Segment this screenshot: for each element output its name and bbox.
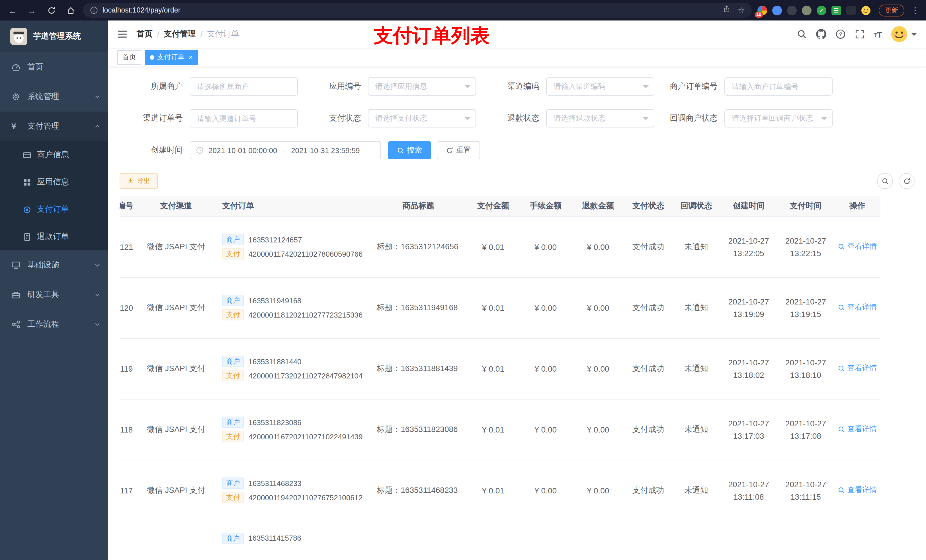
cell-notify-status: 未通知 — [672, 399, 720, 460]
cell-id: 118 — [120, 399, 133, 460]
emoji-extension-icon[interactable] — [861, 5, 871, 15]
grid-icon — [23, 178, 31, 186]
export-button[interactable]: 导出 — [120, 173, 158, 189]
breadcrumb-payment[interactable]: 支付管理 — [164, 29, 196, 39]
search-icon — [397, 146, 404, 154]
tab-home[interactable]: 首页 — [117, 50, 141, 65]
view-detail-icon — [838, 304, 845, 311]
pay-transaction-number: 4200001194202110276752100612 — [248, 493, 363, 502]
app-id-select[interactable]: 请选择应用信息 — [368, 77, 476, 96]
cell-refund-amount: ¥ 0.00 — [572, 338, 624, 399]
share-icon[interactable] — [723, 5, 731, 15]
cell-create-time: 2021-10-27 13:22:05 — [720, 216, 777, 277]
extensions-icon[interactable]: 10 — [757, 5, 767, 15]
create-time-range-picker[interactable]: 2021-10-01 00:00:00 - 2021-10-31 23:59:5… — [190, 141, 381, 159]
pin-extension-icon[interactable] — [846, 5, 856, 15]
pay-status-select[interactable]: 请选择支付状态 — [368, 109, 476, 127]
channel-order-no-input[interactable] — [190, 109, 298, 127]
merchant-tag: 商户 — [222, 295, 244, 306]
view-detail-icon — [838, 426, 845, 433]
user-avatar[interactable] — [891, 26, 917, 43]
view-detail-link[interactable]: 查看详情 — [838, 363, 877, 374]
refund-status-select[interactable]: 请选择退款状态 — [546, 109, 654, 127]
github-icon[interactable] — [816, 29, 826, 39]
filter-form: 所属商户 应用编号 请选择应用信息 渠道编码 — [120, 77, 915, 159]
sidebar-item-devtools[interactable]: 研发工具 — [0, 280, 108, 309]
toolbox-icon — [11, 290, 21, 299]
cell-create-time: 2021-10-27 13:11:08 — [720, 460, 777, 521]
sidebar-item-pay-order[interactable]: 支付订单 — [0, 196, 108, 223]
view-detail-link[interactable]: 查看详情 — [838, 485, 877, 495]
tags-view-bar: 首页 支付订单 × — [108, 48, 926, 67]
view-detail-link[interactable]: 查看详情 — [838, 302, 877, 313]
chat-extension-icon[interactable]: ☰ — [831, 5, 841, 15]
cell-fee-amount: ¥ 0.00 — [519, 216, 572, 277]
sidebar-item-app-info[interactable]: 应用信息 — [0, 169, 108, 196]
tab-pay-order[interactable]: 支付订单 × — [145, 50, 198, 65]
notify-status-select[interactable]: 请选择订单回调商户状态 — [725, 109, 832, 127]
sidebar-item-refund-order[interactable]: 退款订单 — [0, 223, 108, 251]
sidebar-item-infra[interactable]: 基础设施 — [0, 251, 108, 280]
browser-reload-icon[interactable] — [44, 3, 58, 17]
browser-update-button[interactable]: 更新 — [879, 4, 904, 16]
reset-button[interactable]: 重置 — [437, 141, 480, 159]
channel-code-select[interactable]: 请输入渠道编码 — [546, 77, 654, 96]
toggle-search-button[interactable] — [877, 173, 893, 189]
sidebar-item-system[interactable]: 系统管理 — [0, 82, 108, 112]
merchant-tag: 商户 — [222, 417, 244, 428]
address-bar[interactable]: localhost:1024/pay/order ☆ — [83, 3, 752, 18]
url-text[interactable]: localhost:1024/pay/order — [103, 6, 719, 14]
cell-pay-status: 支付成功 — [625, 277, 672, 338]
breadcrumb-home[interactable]: 首页 — [137, 29, 153, 39]
browser-home-icon[interactable] — [64, 3, 77, 17]
avatar-caret-icon[interactable] — [911, 33, 917, 38]
browser-forward-icon[interactable]: → — [25, 3, 39, 17]
cell-pay-order: 商户 1635311881440 支付 42000011732021102728… — [219, 338, 370, 399]
table-row: 120 微信 JSAPI 支付 商户 1635311949168 支付 4200… — [120, 277, 881, 338]
pay-tag: 支付 — [222, 370, 244, 381]
globe-extension-icon[interactable] — [787, 5, 797, 15]
merchant-input[interactable] — [190, 77, 298, 96]
table-row-partial: 商户 1635311415786 — [222, 521, 915, 544]
app-logo-row[interactable]: 芋道管理系统 — [0, 21, 108, 52]
pay-tag: 支付 — [222, 248, 244, 260]
cell-id: 121 — [120, 216, 133, 277]
fullscreen-icon[interactable] — [855, 29, 865, 39]
search-icon[interactable] — [796, 29, 807, 39]
search-button[interactable]: 搜索 — [388, 141, 431, 159]
payment-submenu: 商户信息 应用信息 支付订单 — [0, 141, 108, 251]
sidebar-item-payment[interactable]: ¥ 支付管理 — [0, 112, 108, 141]
merchant-order-no-input[interactable] — [725, 77, 832, 96]
check-extension-icon[interactable]: ✓ — [817, 5, 826, 15]
gear-icon — [11, 92, 21, 101]
cell-fee-amount: ¥ 0.00 — [519, 277, 572, 338]
bookmark-star-icon[interactable]: ☆ — [738, 6, 745, 14]
browser-back-icon[interactable]: ← — [6, 3, 20, 17]
help-icon[interactable]: ? — [835, 29, 846, 39]
view-detail-link[interactable]: 查看详情 — [838, 242, 877, 252]
drop-extension-icon[interactable] — [772, 5, 782, 15]
circle-extension-icon[interactable] — [802, 5, 811, 15]
cell-fee-amount: ¥ 0.00 — [519, 460, 572, 521]
chevron-down-icon — [95, 292, 100, 297]
column-header-create-time: 创建时间 — [720, 196, 777, 216]
cell-refund-amount: ¥ 0.00 — [572, 216, 624, 277]
column-header-notify-status: 回调状态 — [672, 196, 720, 216]
sidebar-item-workflow[interactable]: 工作流程 — [0, 309, 108, 339]
label-create-time: 创建时间 — [120, 145, 190, 155]
cell-fee-amount: ¥ 0.00 — [519, 338, 572, 399]
cell-product-title: 标题：1635312124656 — [370, 216, 467, 277]
font-size-icon[interactable]: TT — [874, 29, 882, 39]
pay-tag: 支付 — [222, 431, 244, 442]
tab-close-icon[interactable]: × — [189, 53, 193, 61]
refresh-table-button[interactable] — [899, 173, 915, 189]
browser-menu-icon[interactable]: ⋮ — [910, 6, 920, 15]
merchant-tag: 商户 — [222, 356, 244, 367]
chevron-up-icon — [95, 124, 100, 129]
label-channel-code: 渠道编码 — [476, 82, 546, 92]
sidebar-item-home[interactable]: 首页 — [0, 52, 108, 82]
site-info-icon[interactable] — [90, 6, 98, 14]
view-detail-link[interactable]: 查看详情 — [838, 424, 877, 435]
sidebar-item-merchant-info[interactable]: 商户信息 — [0, 141, 108, 169]
sidebar-fold-icon[interactable] — [117, 29, 127, 39]
